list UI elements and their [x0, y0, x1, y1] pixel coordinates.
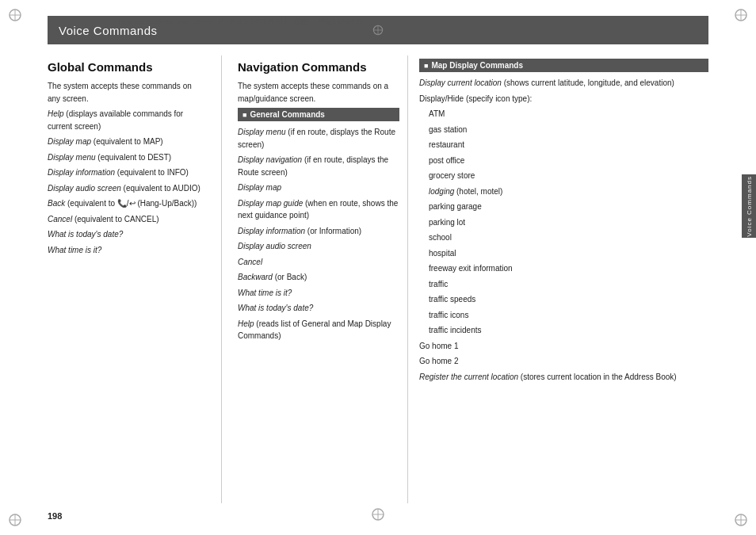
- side-tab: Voice Commands: [742, 174, 756, 238]
- general-commands-bar: General Commands: [238, 108, 399, 121]
- global-heading: Global Commands: [48, 60, 205, 74]
- map-cmd-post: post office: [419, 155, 708, 167]
- nav-heading: Navigation Commands: [238, 60, 399, 74]
- map-cmd-grocery: grocery store: [419, 170, 708, 182]
- map-cmd-home2: Go home 2: [419, 355, 708, 368]
- global-cmd-7: Cancel (equivalent to CANCEL): [48, 213, 205, 226]
- nav-cmd-2: Display navigation (if en route, display…: [238, 154, 399, 178]
- global-cmd-2: Display map (equivalent to MAP): [48, 136, 205, 148]
- map-cmd-traffic-icons: traffic icons: [419, 309, 708, 322]
- bottom-center-mark: [370, 506, 386, 524]
- map-cmd-register: Register the current location (stores cu…: [419, 371, 708, 384]
- map-cmd-home1: Go home 1: [419, 340, 708, 353]
- corner-mark-tr: [732, 6, 750, 24]
- map-cmd-traffic-incidents: traffic incidents: [419, 324, 708, 337]
- nav-cmd-6: Display audio screen: [238, 240, 399, 253]
- map-cmd-traffic-speeds: traffic speeds: [419, 293, 708, 306]
- global-commands-column: Global Commands The system accepts these…: [48, 55, 222, 503]
- global-intro: The system accepts these commands on any…: [48, 80, 205, 105]
- map-cmd-2: Display/Hide (specify icon type):: [419, 93, 708, 105]
- nav-cmd-9: What time is it?: [238, 287, 399, 300]
- map-cmd-traffic: traffic: [419, 278, 708, 291]
- meta-line: DEV_KA-31T04800.book 198 ページ ２０１１年７月４日 月…: [119, 17, 363, 26]
- map-cmd-atm: ATM: [419, 108, 708, 120]
- page-number: 198: [48, 511, 62, 521]
- map-cmd-parking-lot: parking lot: [419, 216, 708, 229]
- global-cmd-8: What is today's date?: [48, 228, 205, 241]
- content-area: Global Commands The system accepts these…: [48, 55, 708, 503]
- map-cmd-hospital: hospital: [419, 247, 708, 260]
- map-cmd-gas: gas station: [419, 124, 708, 136]
- corner-mark-tl: [6, 6, 24, 24]
- nav-cmd-4: Display map guide (when en route, shows …: [238, 197, 399, 222]
- map-display-bar: Map Display Commands: [419, 59, 708, 72]
- global-cmd-5: Display audio screen (equivalent to AUDI…: [48, 182, 205, 195]
- global-cmd-1: Help (displays available commands for cu…: [48, 108, 205, 132]
- map-display-column: Map Display Commands Display current loc…: [408, 55, 708, 503]
- navigation-commands-column: Navigation Commands The system accepts t…: [222, 55, 408, 503]
- global-cmd-6: Back (equivalent to 📞/↩ (Hang-Up/Back)): [48, 197, 205, 210]
- global-cmd-3: Display menu (equivalent to DEST): [48, 151, 205, 164]
- nav-cmd-1: Display menu (if en route, displays the …: [238, 126, 399, 151]
- nav-cmd-8: Backward (or Back): [238, 271, 399, 284]
- nav-cmd-5: Display information (or Information): [238, 225, 399, 238]
- map-cmd-1: Display current location (shows current …: [419, 77, 708, 90]
- global-cmd-9: What time is it?: [48, 244, 205, 257]
- nav-cmd-10: What is today's date?: [238, 302, 399, 315]
- global-cmd-4: Display information (equivalent to INFO): [48, 166, 205, 179]
- map-cmd-parking-garage: parking garage: [419, 201, 708, 213]
- nav-intro: The system accepts these commands on a m…: [238, 80, 399, 105]
- nav-cmd-11: Help (reads list of General and Map Disp…: [238, 318, 399, 342]
- map-cmd-rest: restaurant: [419, 139, 708, 151]
- map-cmd-freeway: freeway exit information: [419, 262, 708, 275]
- nav-cmd-3: Display map: [238, 182, 399, 194]
- side-tab-label: Voice Commands: [746, 176, 753, 237]
- map-cmd-lodging: lodging (hotel, motel): [419, 185, 708, 198]
- corner-mark-br: [732, 511, 750, 529]
- corner-mark-bl: [6, 511, 24, 529]
- map-cmd-school: school: [419, 231, 708, 244]
- nav-cmd-7: Cancel: [238, 256, 399, 269]
- top-center-mark: [372, 24, 384, 38]
